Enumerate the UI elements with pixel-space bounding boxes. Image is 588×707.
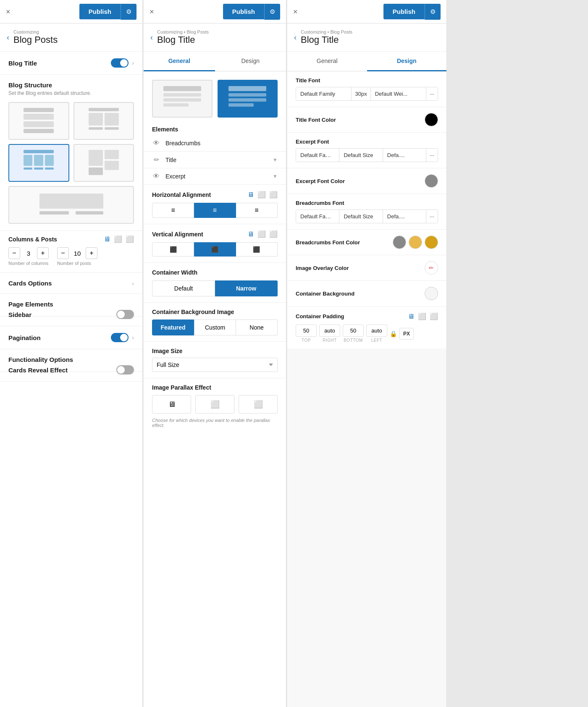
bg-featured-button[interactable]: Featured xyxy=(152,319,194,335)
image-overlay-color-swatch[interactable]: ✏ xyxy=(425,261,438,275)
mobile-icon[interactable]: ⬜ xyxy=(126,235,134,243)
padding-top-input[interactable] xyxy=(296,325,317,337)
width-default-button[interactable]: Default xyxy=(152,280,215,296)
desktop-icon[interactable]: 🖥 xyxy=(104,236,110,243)
pagination-toggle[interactable] xyxy=(111,333,129,342)
structure-item-list[interactable] xyxy=(8,102,69,140)
element-title[interactable]: ✏ Title ▼ xyxy=(144,152,286,168)
padding-right-input[interactable] xyxy=(319,325,340,337)
padding-mobile-icon[interactable]: ⬜ xyxy=(430,312,438,320)
excerpt-font-size[interactable]: Default Size xyxy=(339,149,383,162)
blog-structure-section: Blog Structure Set the Blog entries defa… xyxy=(0,75,142,231)
padding-desktop-icon[interactable]: 🖥 xyxy=(408,313,415,320)
columns-minus-button[interactable]: − xyxy=(8,247,20,259)
lock-icon[interactable]: 🔒 xyxy=(390,330,397,337)
h-tablet-icon[interactable]: ⬜ xyxy=(257,191,266,199)
sidebar-toggle[interactable] xyxy=(116,310,134,319)
posts-value: 10 xyxy=(73,250,81,257)
tab-general-2[interactable]: General xyxy=(144,52,215,71)
breadcrumbs-color-swatch-1[interactable] xyxy=(393,236,406,249)
structure-item-full[interactable] xyxy=(8,186,134,224)
publish-button-2[interactable]: Publish xyxy=(223,4,264,19)
cards-options-row[interactable]: Cards Options › xyxy=(0,273,142,294)
breadcrumbs-color-swatch-3[interactable] xyxy=(425,236,438,249)
title-font-more[interactable]: ··· xyxy=(426,87,438,100)
breadcrumbs-color-swatches xyxy=(393,236,438,249)
structure-item-2col[interactable] xyxy=(74,102,134,140)
gear-button-3[interactable]: ⚙ xyxy=(425,4,441,20)
excerpt-font-family[interactable]: Default Family xyxy=(296,149,339,162)
bg-custom-button[interactable]: Custom xyxy=(194,319,236,335)
h-mobile-icon[interactable]: ⬜ xyxy=(269,191,278,199)
parallax-tablet-button[interactable]: ⬜ xyxy=(195,395,234,414)
tablet-icon[interactable]: ⬜ xyxy=(114,235,122,243)
back-button-3[interactable]: ‹ xyxy=(294,33,297,42)
element-excerpt[interactable]: 👁 Excerpt ▼ xyxy=(144,168,286,185)
blog-structure-desc: Set the Blog entries default structure. xyxy=(8,90,134,96)
gear-button-1[interactable]: ⚙ xyxy=(121,4,136,20)
tab-design-3[interactable]: Design xyxy=(367,52,447,71)
publish-button-3[interactable]: Publish xyxy=(383,4,425,19)
padding-tablet-icon[interactable]: ⬜ xyxy=(418,312,426,320)
pagination-row[interactable]: Pagination › xyxy=(0,326,142,349)
breadcrumbs-font-label: Breadcrumbs Font xyxy=(296,200,438,206)
back-button-1[interactable]: ‹ xyxy=(7,33,9,42)
breadcrumbs-font-size[interactable]: Default Size xyxy=(339,210,383,223)
padding-left-input[interactable] xyxy=(366,325,387,337)
h-align-right-button[interactable]: ≡ xyxy=(236,203,278,218)
padding-unit[interactable]: PX xyxy=(399,328,414,340)
posts-minus-button[interactable]: − xyxy=(57,247,69,259)
excerpt-font-more[interactable]: ··· xyxy=(426,149,438,162)
structure-item-3col[interactable] xyxy=(8,144,69,182)
excerpt-font-weight[interactable]: Defa.... xyxy=(383,149,426,162)
blog-title-toggle[interactable] xyxy=(111,58,129,68)
close-button-1[interactable]: × xyxy=(6,8,10,16)
excerpt-font-color-swatch[interactable] xyxy=(425,174,438,188)
parallax-desktop-button[interactable]: 🖥 xyxy=(152,395,191,414)
width-narrow-button[interactable]: Narrow xyxy=(215,280,278,296)
v-tablet-icon[interactable]: ⬜ xyxy=(257,230,266,238)
svg-rect-2 xyxy=(24,121,54,127)
v-mobile-icon[interactable]: ⬜ xyxy=(269,230,278,238)
container-background-swatch[interactable] xyxy=(425,287,438,300)
cards-reveal-toggle[interactable] xyxy=(116,365,134,374)
blog-title-row[interactable]: Blog Title › xyxy=(0,52,142,75)
h-align-center-button[interactable]: ≡ xyxy=(194,203,236,218)
v-align-bottom-button[interactable]: ⬛ xyxy=(236,242,278,257)
columns-plus-button[interactable]: + xyxy=(37,247,49,259)
v-desktop-icon[interactable]: 🖥 xyxy=(247,230,254,238)
close-button-2[interactable]: × xyxy=(150,8,154,16)
gear-button-2[interactable]: ⚙ xyxy=(264,4,280,20)
tab-general-3[interactable]: General xyxy=(287,52,367,71)
posts-plus-button[interactable]: + xyxy=(86,247,97,259)
bg-none-button[interactable]: None xyxy=(236,319,278,335)
breadcrumbs-font-family[interactable]: Default Family xyxy=(296,210,339,223)
parallax-mobile-button[interactable]: ⬜ xyxy=(239,395,278,414)
close-button-3[interactable]: × xyxy=(293,8,298,16)
title-font-section: Title Font Default Family 30px Default W… xyxy=(287,71,446,107)
layout-thumb-1[interactable] xyxy=(152,80,213,118)
title-font-size[interactable]: 30px xyxy=(352,87,370,100)
structure-item-masonry[interactable] xyxy=(74,144,134,182)
v-align-middle-button[interactable]: ⬛ xyxy=(194,242,236,257)
cards-reveal-row: Cards Reveal Effect xyxy=(0,365,142,382)
h-desktop-icon[interactable]: 🖥 xyxy=(247,191,254,199)
element-breadcrumbs[interactable]: 👁 Breadcrumbs xyxy=(144,135,286,152)
back-button-2[interactable]: ‹ xyxy=(150,33,153,42)
tab-design-2[interactable]: Design xyxy=(215,52,286,71)
publish-button-1[interactable]: Publish xyxy=(79,4,121,19)
breadcrumbs-color-swatch-2[interactable] xyxy=(409,236,422,249)
image-size-select[interactable]: Full Size Large Medium Thumbnail xyxy=(152,358,278,372)
v-align-top-button[interactable]: ⬛ xyxy=(152,242,194,257)
svg-rect-9 xyxy=(24,150,54,153)
padding-bottom-input[interactable] xyxy=(343,325,364,337)
h-align-left-button[interactable]: ≡ xyxy=(152,203,194,218)
svg-rect-27 xyxy=(228,86,266,91)
breadcrumbs-font-weight[interactable]: Defa.... xyxy=(383,210,426,223)
title-font-weight[interactable]: Default Wei... xyxy=(371,87,426,100)
title-font-color-swatch[interactable] xyxy=(425,113,438,126)
breadcrumbs-font-more[interactable]: ··· xyxy=(426,210,438,223)
layout-thumb-2[interactable] xyxy=(218,80,278,118)
svg-rect-0 xyxy=(24,108,54,112)
title-font-family[interactable]: Default Family xyxy=(296,87,352,100)
